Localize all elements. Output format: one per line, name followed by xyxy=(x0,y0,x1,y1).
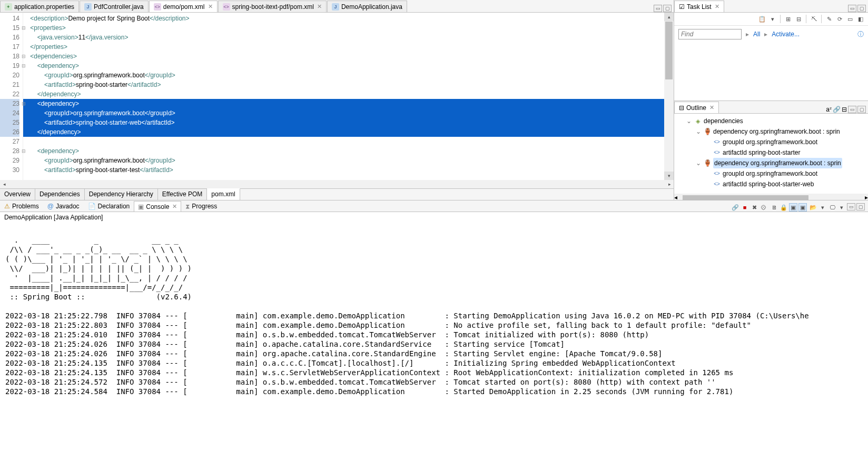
tab-label: Console xyxy=(146,203,169,210)
tab-label: DemoApplication.java xyxy=(341,3,402,11)
outline-leaf[interactable]: <>artifactId spring-boot-starter xyxy=(705,147,866,158)
minimize-tasks-icon[interactable]: ▭ xyxy=(848,5,856,12)
horizontal-scrollbar[interactable]: ◂▸ xyxy=(0,180,674,188)
outline-label: groupId org.springframework.boot xyxy=(723,168,817,179)
editor-tab[interactable]: <>spring-boot-itext-pdf/pom.xml✕ xyxy=(218,1,327,12)
outline-label: artifactId spring-boot-starter xyxy=(723,147,800,158)
activate-link[interactable]: Activate... xyxy=(772,31,800,38)
sort-icon[interactable]: ⊟ xyxy=(794,15,803,23)
right-pane: ☑ Task List ✕ ▭▢ 📋▾ ⊞⊟ ⛏ ✎⟳▭◧ xyxy=(674,0,868,200)
editor-tab[interactable]: ✦application.properties xyxy=(0,1,79,12)
outline-leaf[interactable]: <>groupId org.springframework.boot xyxy=(705,168,866,179)
minimize-console-icon[interactable]: ▭ xyxy=(847,203,855,210)
tab-label: demo/pom.xml xyxy=(163,3,205,11)
editor-pane: ✦application.propertiesJPdfController.ja… xyxy=(0,0,674,200)
categorize-icon[interactable]: ⊞ xyxy=(784,15,792,23)
hide-icon[interactable]: ◧ xyxy=(856,15,865,23)
editor-tab[interactable]: <>demo/pom.xml✕ xyxy=(149,1,218,12)
maximize-console-icon[interactable]: ▢ xyxy=(856,203,865,210)
console-output[interactable]: . ____ _ __ _ _ /\\ / ___'_ __ _ _(_)_ _… xyxy=(0,223,868,472)
bottom-tab[interactable]: ⚠Problems xyxy=(0,201,43,212)
link-icon[interactable]: 🔗 xyxy=(833,106,841,113)
close-icon[interactable]: ✕ xyxy=(208,3,213,10)
tag-icon: <> xyxy=(713,138,721,146)
task-list-icon: ☑ xyxy=(679,3,685,11)
file-icon: ✦ xyxy=(5,3,12,11)
pom-sub-tab[interactable]: pom.xml xyxy=(207,188,240,200)
task-list-tab[interactable]: ☑ Task List ✕ xyxy=(674,1,724,12)
tab-label: Declaration xyxy=(98,203,130,210)
sync-icon[interactable]: ⟳ xyxy=(835,15,844,23)
outline-label: artifactId spring-boot-starter-web xyxy=(723,179,814,189)
collapse-all-icon[interactable]: ⊟ xyxy=(842,106,847,113)
pom-sub-tab[interactable]: Dependency Hierarchy xyxy=(85,189,158,200)
tab-label: spring-boot-itext-pdf/pom.xml xyxy=(232,3,314,11)
view-icon: ⧗ xyxy=(185,203,190,210)
info-icon[interactable]: ⓘ xyxy=(857,30,864,39)
bottom-tab[interactable]: ⧗Progress xyxy=(181,201,221,212)
editor-tabs: ✦application.propertiesJPdfController.ja… xyxy=(0,0,674,13)
all-link[interactable]: All xyxy=(753,31,760,38)
dropdown-icon[interactable]: ▾ xyxy=(818,203,827,212)
task-list-title: Task List xyxy=(687,3,712,11)
tab-label: Progress xyxy=(192,203,217,210)
outline-label: dependency org.springframework.boot : sp… xyxy=(713,158,842,168)
new-task-icon[interactable]: 📋 xyxy=(758,15,766,23)
bottom-tabs: ⚠Problems@Javadoc📄Declaration▣Console✕⧗P… xyxy=(0,200,868,212)
display-console-icon[interactable]: 🖵 xyxy=(828,203,836,212)
outline-node[interactable]: ⌄◈dependencies xyxy=(686,116,866,126)
close-icon[interactable]: ✕ xyxy=(172,203,177,210)
scroll-lock-icon[interactable]: 🔒 xyxy=(780,203,788,212)
minimize-outline-icon[interactable]: ▭ xyxy=(848,106,856,113)
pom-sub-tab[interactable]: Dependencies xyxy=(35,189,85,200)
sort-az-icon[interactable]: aᶻ xyxy=(826,106,832,113)
outline-leaf[interactable]: <>groupId org.springframework.boot xyxy=(705,137,866,147)
focus-icon[interactable]: ⛏ xyxy=(810,15,818,23)
file-icon: J xyxy=(332,3,339,11)
pom-sub-tab[interactable]: Overview xyxy=(0,189,35,200)
outline-tab[interactable]: ⊟ Outline ✕ xyxy=(674,102,719,113)
pom-sub-tab[interactable]: Effective POM xyxy=(158,189,207,200)
editor-tab[interactable]: JDemoApplication.java xyxy=(327,1,407,12)
outline-label: dependency org.springframework.boot : sp… xyxy=(713,126,840,137)
code-editor[interactable]: 1415161718192021222324252627282930 <desc… xyxy=(0,13,674,180)
filter-icon[interactable]: ✎ xyxy=(825,15,833,23)
minimize-editor-icon[interactable]: ▭ xyxy=(654,5,662,12)
vertical-scrollbar[interactable]: ▴▾ xyxy=(664,13,674,180)
dependency-icon: 🏺 xyxy=(704,128,711,135)
bottom-pane: ⚠Problems@Javadoc📄Declaration▣Console✕⧗P… xyxy=(0,200,868,472)
close-icon[interactable]: ✕ xyxy=(709,104,714,111)
view-icon: 📄 xyxy=(88,203,96,210)
outline-leaf[interactable]: <>artifactId spring-boot-starter-web xyxy=(705,179,866,189)
tab-label: Problems xyxy=(12,203,39,210)
pin-console-icon[interactable]: ▣ xyxy=(789,203,797,212)
link-console-icon[interactable]: 🔗 xyxy=(731,203,739,212)
dropdown-icon[interactable]: ▾ xyxy=(768,15,777,23)
clear-console-icon[interactable]: 🗎 xyxy=(770,203,778,212)
dropdown-icon[interactable]: ▾ xyxy=(837,203,846,212)
maximize-editor-icon[interactable]: ▢ xyxy=(663,5,672,12)
tab-label: PdfController.java xyxy=(94,3,144,11)
close-icon[interactable]: ✕ xyxy=(715,3,719,10)
find-input[interactable] xyxy=(678,29,742,39)
remove-terminated-icon[interactable]: ✖ xyxy=(750,203,758,212)
maximize-tasks-icon[interactable]: ▢ xyxy=(857,5,866,12)
outline-node[interactable]: ⌄🏺dependency org.springframework.boot : … xyxy=(695,158,866,168)
outline-title: Outline xyxy=(686,104,706,112)
show-console-icon[interactable]: ▣ xyxy=(798,203,807,212)
bottom-tab[interactable]: ▣Console✕ xyxy=(134,201,181,212)
file-icon: <> xyxy=(154,3,161,11)
collapse-icon[interactable]: ▭ xyxy=(846,15,854,23)
editor-tab[interactable]: JPdfController.java xyxy=(80,1,149,12)
bottom-tab[interactable]: @Javadoc xyxy=(43,201,84,212)
terminate-icon[interactable]: ■ xyxy=(741,203,749,212)
view-icon: @ xyxy=(47,203,54,210)
maximize-outline-icon[interactable]: ▢ xyxy=(857,106,866,113)
close-icon[interactable]: ✕ xyxy=(317,3,322,10)
outline-view: ⊟ Outline ✕ aᶻ 🔗 ⊟ ▭ ▢ ⌄◈dependencies⌄🏺d… xyxy=(674,101,868,203)
file-icon: J xyxy=(84,3,92,11)
remove-all-icon[interactable]: ⛒ xyxy=(760,203,768,212)
outline-node[interactable]: ⌄🏺dependency org.springframework.boot : … xyxy=(695,126,866,137)
open-console-icon[interactable]: 📂 xyxy=(809,203,817,212)
bottom-tab[interactable]: 📄Declaration xyxy=(84,201,134,212)
